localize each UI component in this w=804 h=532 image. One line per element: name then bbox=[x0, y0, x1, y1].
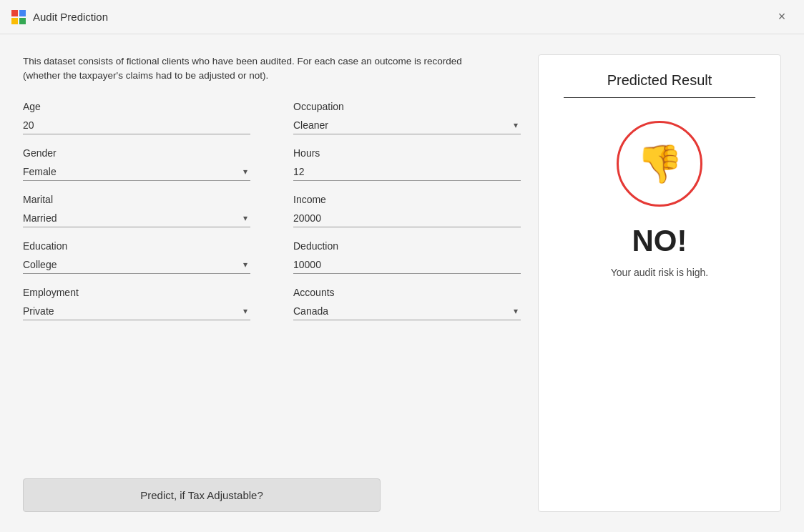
age-label: Age bbox=[23, 101, 250, 112]
title-bar-left: Audit Prediction bbox=[11, 10, 108, 24]
description-text: This dataset consists of fictional clien… bbox=[23, 54, 495, 84]
app-icon-red bbox=[11, 10, 18, 16]
hours-label: Hours bbox=[293, 147, 521, 159]
gender-label: Gender bbox=[23, 147, 250, 159]
thumbs-down-circle: 👎 bbox=[617, 121, 702, 207]
form-column-right: Occupation Cleaner Manager Professional … bbox=[293, 101, 521, 456]
marital-group: Marital Married Single Divorced ▾ bbox=[23, 194, 250, 227]
deduction-group: Deduction bbox=[293, 240, 521, 274]
education-select-wrapper: College High School University ▾ bbox=[23, 256, 250, 274]
deduction-input[interactable] bbox=[293, 256, 521, 274]
predicted-result-title: Predicted Result bbox=[607, 72, 712, 89]
employment-select-wrapper: Private Self-employed Government ▾ bbox=[23, 302, 250, 320]
hours-input[interactable] bbox=[293, 163, 521, 181]
education-group: Education College High School University… bbox=[23, 240, 250, 274]
marital-select[interactable]: Married Single Divorced bbox=[23, 210, 250, 227]
hours-group: Hours bbox=[293, 147, 521, 181]
gender-group: Gender Female Male ▾ bbox=[23, 147, 250, 181]
education-label: Education bbox=[23, 240, 250, 252]
education-select[interactable]: College High School University bbox=[23, 256, 250, 274]
app-icon-yellow bbox=[11, 18, 18, 24]
marital-select-wrapper: Married Single Divorced ▾ bbox=[23, 210, 250, 227]
occupation-group: Occupation Cleaner Manager Professional … bbox=[293, 101, 521, 134]
form-grid: Age Gender Female Male ▾ Marital bbox=[23, 101, 521, 456]
title-bar: Audit Prediction × bbox=[0, 0, 804, 34]
occupation-label: Occupation bbox=[293, 101, 521, 112]
gender-select[interactable]: Female Male bbox=[23, 163, 250, 181]
gender-select-wrapper: Female Male ▾ bbox=[23, 163, 250, 181]
close-button[interactable]: × bbox=[771, 6, 793, 28]
occupation-select[interactable]: Cleaner Manager Professional Sales bbox=[293, 117, 521, 134]
form-column-left: Age Gender Female Male ▾ Marital bbox=[23, 101, 250, 456]
age-input[interactable] bbox=[23, 117, 250, 134]
app-icon bbox=[11, 10, 26, 24]
app-title: Audit Prediction bbox=[33, 11, 108, 23]
main-content: This dataset consists of fictional clien… bbox=[0, 34, 804, 532]
left-panel: This dataset consists of fictional clien… bbox=[23, 54, 521, 512]
result-outcome: NO! bbox=[632, 224, 687, 258]
app-icon-blue bbox=[19, 10, 26, 16]
income-group: Income bbox=[293, 194, 521, 227]
employment-label: Employment bbox=[23, 287, 250, 298]
income-label: Income bbox=[293, 194, 521, 205]
age-group: Age bbox=[23, 101, 250, 134]
income-input[interactable] bbox=[293, 210, 521, 227]
accounts-label: Accounts bbox=[293, 287, 521, 298]
deduction-label: Deduction bbox=[293, 240, 521, 252]
thumbs-down-icon: 👎 bbox=[637, 142, 683, 186]
result-divider bbox=[564, 97, 755, 98]
occupation-select-wrapper: Cleaner Manager Professional Sales ▾ bbox=[293, 117, 521, 134]
employment-select[interactable]: Private Self-employed Government bbox=[23, 302, 250, 320]
app-icon-green bbox=[19, 18, 26, 24]
accounts-select[interactable]: Canada USA UK bbox=[293, 302, 521, 320]
accounts-group: Accounts Canada USA UK ▾ bbox=[293, 287, 521, 320]
right-panel: Predicted Result 👎 NO! Your audit risk i… bbox=[538, 54, 781, 512]
marital-label: Marital bbox=[23, 194, 250, 205]
result-description: Your audit risk is high. bbox=[611, 267, 708, 278]
accounts-select-wrapper: Canada USA UK ▾ bbox=[293, 302, 521, 320]
employment-group: Employment Private Self-employed Governm… bbox=[23, 287, 250, 320]
predict-button[interactable]: Predict, if Tax Adjustable? bbox=[23, 478, 381, 512]
